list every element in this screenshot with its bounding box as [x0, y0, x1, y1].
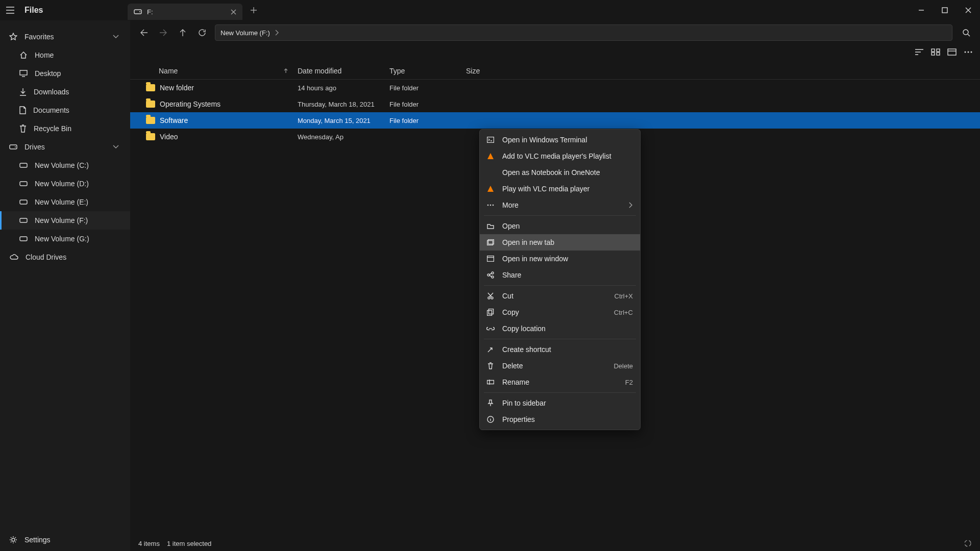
menu-label: Rename	[502, 378, 618, 386]
terminal-icon	[486, 137, 495, 143]
menu-pin-sidebar[interactable]: Pin to sidebar	[480, 395, 640, 411]
chevron-right-icon	[629, 202, 633, 208]
menu-properties[interactable]: Properties	[480, 411, 640, 428]
svg-rect-10	[20, 237, 27, 241]
column-modified[interactable]: Date modified	[298, 67, 389, 75]
sidebar-section-drives[interactable]: Drives	[0, 138, 130, 156]
layout-button[interactable]	[947, 48, 957, 56]
up-button[interactable]	[173, 23, 192, 42]
menu-onenote[interactable]: Open as Notebook in OneNote	[480, 164, 640, 181]
tab-f-drive[interactable]: F:	[128, 4, 242, 20]
menu-button[interactable]	[0, 0, 20, 20]
menu-more[interactable]: More	[480, 197, 640, 213]
menu-label: Copy location	[502, 324, 633, 333]
context-menu: Open in Windows Terminal Add to VLC medi…	[479, 129, 641, 430]
svg-point-24	[493, 205, 494, 206]
svg-rect-33	[487, 311, 492, 316]
close-button[interactable]	[957, 0, 980, 20]
search-button[interactable]	[957, 23, 976, 42]
menu-cut[interactable]: Cut Ctrl+X	[480, 288, 640, 304]
menu-separator	[484, 339, 636, 339]
group-button[interactable]	[931, 48, 940, 56]
sidebar-cloud-label: Cloud Drives	[26, 253, 66, 261]
cloud-icon	[9, 254, 18, 260]
menu-create-shortcut[interactable]: Create shortcut	[480, 341, 640, 358]
menu-open[interactable]: Open	[480, 218, 640, 234]
sidebar-favorites-label: Favorites	[24, 33, 54, 41]
menu-label: Open	[502, 222, 633, 230]
sidebar-item-home[interactable]: Home	[0, 46, 130, 64]
back-button[interactable]	[134, 23, 154, 42]
menu-delete[interactable]: Delete Delete	[480, 358, 640, 374]
menu-label: Open in Windows Terminal	[502, 136, 633, 144]
sort-button[interactable]	[915, 48, 924, 56]
delete-icon	[486, 362, 495, 369]
file-modified: Monday, March 15, 2021	[298, 117, 389, 124]
folder-icon	[143, 84, 158, 91]
sidebar-item-drive-f[interactable]: New Volume (F:)	[0, 211, 130, 230]
sort-ascending-icon	[283, 68, 288, 73]
sidebar-item-downloads[interactable]: Downloads	[0, 83, 130, 101]
menu-rename[interactable]: Rename F2	[480, 374, 640, 390]
file-row-selected[interactable]: Software Monday, March 15, 2021 File fol…	[130, 112, 980, 129]
column-type[interactable]: Type	[389, 67, 466, 75]
tab-label: F:	[147, 8, 153, 16]
svg-point-1	[139, 11, 140, 12]
menu-open-new-window[interactable]: Open in new window	[480, 251, 640, 267]
app-title: Files	[20, 6, 128, 15]
close-tab-button[interactable]	[231, 9, 236, 15]
info-icon	[486, 416, 495, 423]
menu-label: Open in new window	[502, 255, 633, 263]
refresh-button[interactable]	[192, 23, 212, 42]
file-row[interactable]: New folder 14 hours ago File folder	[130, 80, 980, 96]
sidebar-item-desktop[interactable]: Desktop	[0, 64, 130, 83]
sidebar-item-drive-c[interactable]: New Volume (C:)	[0, 156, 130, 174]
sidebar-item-settings[interactable]: Settings	[0, 529, 130, 551]
menu-open-new-tab[interactable]: Open in new tab	[480, 234, 640, 251]
pin-icon	[486, 399, 495, 407]
address-bar[interactable]: New Volume (F:)	[215, 24, 952, 41]
drives-icon	[9, 144, 17, 149]
sidebar-item-label: Desktop	[35, 69, 61, 78]
home-icon	[19, 51, 28, 59]
title-bar: Files F:	[0, 0, 980, 20]
chevron-right-icon	[275, 30, 279, 36]
minimize-button[interactable]	[910, 0, 933, 20]
sidebar-item-drive-e[interactable]: New Volume (E:)	[0, 193, 130, 211]
menu-vlc-playlist[interactable]: Add to VLC media player's Playlist	[480, 148, 640, 164]
column-modified-label: Date modified	[298, 67, 341, 75]
star-icon	[9, 33, 17, 41]
sidebar-item-drive-d[interactable]: New Volume (D:)	[0, 174, 130, 193]
menu-shortcut: Delete	[614, 362, 633, 370]
sidebar-section-favorites[interactable]: Favorites	[0, 28, 130, 46]
menu-vlc-play[interactable]: Play with VLC media player	[480, 181, 640, 197]
chevron-down-icon	[113, 35, 119, 39]
column-name[interactable]: Name	[159, 67, 298, 75]
sidebar-item-documents[interactable]: Documents	[0, 101, 130, 119]
menu-share[interactable]: Share	[480, 267, 640, 283]
menu-shortcut: F2	[625, 379, 633, 386]
svg-rect-16	[937, 53, 940, 55]
forward-button[interactable]	[154, 23, 173, 42]
sidebar-item-drive-g[interactable]: New Volume (G:)	[0, 230, 130, 248]
column-name-label: Name	[159, 67, 178, 75]
file-row[interactable]: Operating Systems Thursday, March 18, 20…	[130, 96, 980, 112]
svg-rect-3	[20, 70, 27, 75]
sidebar-section-cloud[interactable]: Cloud Drives	[0, 248, 130, 266]
menu-copy-location[interactable]: Copy location	[480, 320, 640, 337]
breadcrumb-segment[interactable]: New Volume (F:)	[220, 29, 270, 37]
svg-rect-9	[20, 218, 27, 222]
maximize-button[interactable]	[933, 0, 957, 20]
menu-label: Play with VLC media player	[502, 185, 633, 193]
menu-label: Copy	[502, 308, 607, 316]
svg-rect-6	[20, 163, 27, 167]
menu-copy[interactable]: Copy Ctrl+C	[480, 304, 640, 320]
column-size[interactable]: Size	[466, 67, 517, 75]
sidebar-item-recycle-bin[interactable]: Recycle Bin	[0, 119, 130, 138]
more-button[interactable]	[964, 51, 973, 54]
menu-open-terminal[interactable]: Open in Windows Terminal	[480, 132, 640, 148]
svg-rect-21	[487, 137, 494, 143]
navigation-bar: New Volume (F:)	[130, 20, 980, 42]
new-tab-button[interactable]	[246, 2, 262, 18]
vlc-icon	[486, 186, 495, 192]
